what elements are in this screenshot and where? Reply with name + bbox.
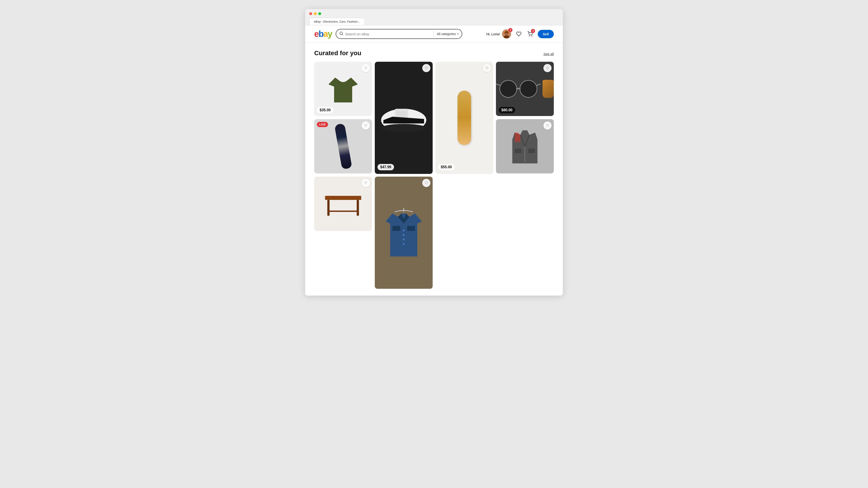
user-notification-badge: 2 [508,28,513,32]
svg-rect-24 [327,211,359,212]
shoes-svg [379,102,429,134]
svg-point-3 [504,31,508,35]
table-svg [323,189,364,218]
svg-point-14 [520,80,537,97]
category-select[interactable]: All categories ▾ [434,32,462,36]
svg-point-29 [403,234,405,236]
sunglasses-svg [496,78,541,100]
wishlist-vest-button[interactable]: ♡ [544,121,552,129]
browser-dots [309,12,559,15]
search-bar: All categories ▾ [336,29,462,39]
browser-window: eBay - Electronics, Cars, Fashion... eba… [305,9,563,296]
tshirt-svg [329,73,358,105]
search-input-wrap [336,31,434,36]
header-right: Hi, Loria! [486,29,554,38]
product-card-skateboard[interactable]: ♡ $55.00 [435,62,493,174]
svg-line-1 [342,34,343,35]
logo-b: b [318,29,323,39]
svg-point-30 [403,239,405,240]
product-grid: ♡ $35.00 ♡ [314,62,554,289]
svg-point-8 [381,124,426,132]
browser-tab[interactable]: eBay - Electronics, Cars, Fashion... [309,18,365,25]
wishlist-button-wrap [515,30,522,37]
svg-point-31 [403,243,405,245]
svg-rect-22 [327,200,330,216]
wishlist-sunglasses-button[interactable]: ♡ [544,64,552,72]
svg-line-16 [496,84,500,85]
snowboard-shape [334,123,352,170]
svg-line-17 [537,84,541,85]
wishlist-table-button[interactable]: ♡ [362,179,370,187]
section-header: Curated for you See all [314,50,554,57]
cart-button-wrap: 9 [526,30,534,37]
live-badge: LIVE [317,122,328,127]
wishlist-jacket-button[interactable]: ♡ [422,179,430,187]
logo-e: e [314,29,318,39]
svg-rect-27 [407,226,415,231]
vest-svg [510,128,539,164]
dot-fullscreen[interactable] [318,12,321,15]
price-badge-shoes: $47.99 [377,164,394,170]
see-all-link[interactable]: See all [544,52,554,56]
product-card-snowboard[interactable]: LIVE ♡ [314,119,372,174]
product-card-sunglasses[interactable]: ♡ [496,62,554,116]
svg-point-5 [529,36,530,36]
shoes-image [375,62,433,174]
category-label: All categories [437,32,456,36]
price-badge-tshirt: $35.00 [317,107,333,113]
dot-minimize[interactable] [314,12,317,15]
svg-rect-20 [528,149,535,153]
svg-rect-21 [325,196,361,200]
header: ebay All categories ▾ [305,25,563,43]
wishlist-skateboard-button[interactable]: ♡ [483,64,491,72]
svg-rect-15 [516,88,521,89]
jacket-svg [385,208,422,257]
logo-a: a [323,29,328,39]
ebay-logo[interactable]: ebay [314,29,332,39]
wishlist-shoes-button[interactable]: ♡ [422,64,430,72]
sell-button[interactable]: Sell [538,30,554,38]
main-content: Curated for you See all ♡ $35.00 ♡ [305,43,563,296]
product-card-jacket[interactable]: ♡ [375,177,433,289]
wishlist-tshirt-button[interactable]: ♡ [362,64,370,72]
logo-y: y [328,29,332,39]
section-title: Curated for you [314,50,361,57]
product-card-shoes[interactable]: ♡ [375,62,433,174]
jacket-image [375,177,433,289]
svg-point-13 [500,80,517,97]
svg-rect-19 [515,149,522,153]
product-card-table[interactable]: ♡ [314,177,372,231]
svg-point-6 [532,36,532,36]
price-badge-sunglasses: $80.00 [499,107,515,113]
chevron-down-icon: ▾ [457,33,459,35]
svg-rect-26 [393,226,400,231]
skate-deck [458,91,471,145]
svg-point-0 [340,32,342,35]
product-card-tshirt[interactable]: ♡ $35.00 [314,62,372,116]
skateboard-image [435,62,493,174]
dot-close[interactable] [309,12,312,15]
svg-rect-23 [357,200,359,216]
wishlist-button[interactable] [515,30,522,37]
svg-point-28 [403,230,405,231]
tab-label: eBay - Electronics, Cars, Fashion... [314,20,360,23]
cart-badge: 9 [531,29,535,33]
user-avatar-wrap: 2 [502,29,511,38]
glasses-case [542,80,554,98]
search-icon [339,31,343,36]
price-badge-skateboard: $55.00 [438,164,455,170]
product-card-vest[interactable]: ♡ [496,119,554,174]
browser-chrome: eBay - Electronics, Cars, Fashion... [305,9,563,25]
wishlist-snowboard-button[interactable]: ♡ [362,121,370,129]
user-greeting[interactable]: Hi, Loria! [486,29,511,38]
greeting-text: Hi, Loria! [486,32,500,36]
search-input[interactable] [345,32,430,36]
